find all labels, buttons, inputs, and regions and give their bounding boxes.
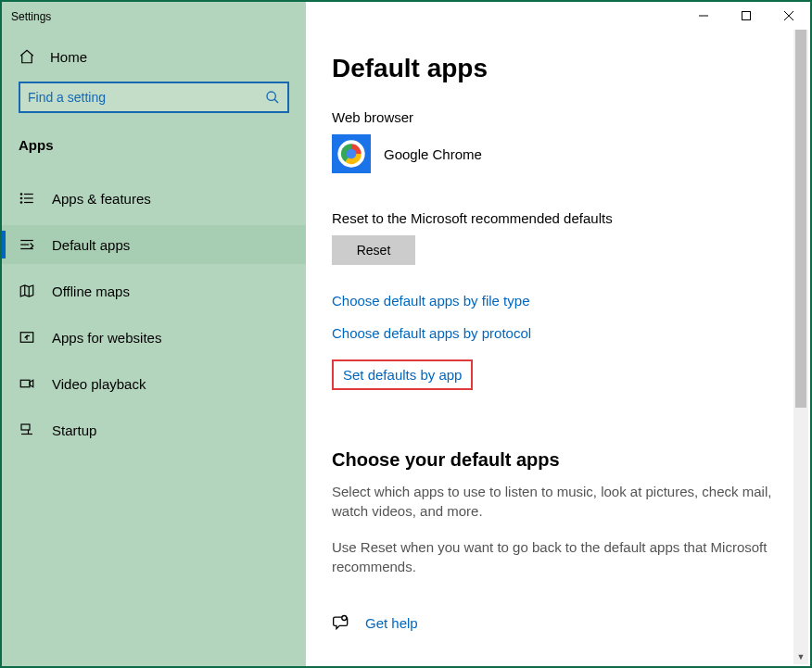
link-set-defaults-by-app[interactable]: Set defaults by app [343,367,462,383]
sidebar-item-video-playback[interactable]: Video playback [2,364,306,403]
link-file-type[interactable]: Choose default apps by file type [332,293,784,309]
open-external-icon [19,329,35,346]
map-icon [19,283,35,299]
reset-button[interactable]: Reset [332,235,415,265]
sidebar-item-label: Default apps [52,237,130,253]
svg-marker-15 [20,285,33,296]
sidebar-item-label: Offline maps [52,284,130,299]
highlight-box: Set defaults by app [332,359,473,390]
sidebar-item-apps-websites[interactable]: Apps for websites [2,318,306,357]
sidebar-item-label: Startup [52,422,96,438]
defaults-icon [19,236,35,253]
reset-description: Reset to the Microsoft recommended defau… [332,210,784,226]
list-icon [19,190,35,207]
settings-window: Settings Home [0,0,812,668]
svg-point-4 [267,92,275,100]
sidebar-category: Apps [2,120,306,162]
svg-rect-1 [742,12,751,20]
get-help-row[interactable]: Get help [332,613,784,632]
search-container [2,74,306,120]
sidebar-item-apps-features[interactable]: Apps & features [2,179,306,218]
chat-help-icon [332,613,350,632]
svg-point-9 [20,194,22,195]
choose-description-1: Select which apps to use to listen to mu… [332,482,784,521]
sidebar-item-startup[interactable]: Startup [2,410,306,449]
home-nav[interactable]: Home [2,39,306,74]
sidebar-item-offline-maps[interactable]: Offline maps [2,271,306,310]
sidebar-item-default-apps[interactable]: Default apps [2,225,306,264]
home-label: Home [50,49,87,65]
choose-heading: Choose your default apps [332,449,784,471]
page-title: Default apps [332,54,784,83]
sidebar-item-label: Apps for websites [52,330,161,346]
search-box[interactable] [19,82,289,113]
get-help-link[interactable]: Get help [365,615,418,631]
sidebar-item-label: Video playback [52,376,146,392]
scroll-thumb[interactable] [795,19,806,408]
sidebar: Home Apps Apps & features [2,2,306,666]
window-title: Settings [2,2,306,30]
sidebar-nav: Apps & features Default apps Offline map… [2,179,306,457]
startup-icon [19,422,35,438]
link-protocol[interactable]: Choose default apps by protocol [332,325,784,341]
default-web-browser[interactable]: Google Chrome [332,134,784,173]
svg-rect-20 [20,380,30,387]
close-button[interactable] [768,2,810,30]
svg-rect-22 [21,424,30,430]
home-icon [19,48,35,65]
scrollbar[interactable]: ▲ ▼ [793,4,808,664]
svg-point-10 [20,197,22,199]
maximize-button[interactable] [725,2,768,30]
scroll-down-icon[interactable]: ▼ [793,649,808,664]
search-input[interactable] [28,90,265,105]
search-icon [265,90,280,105]
svg-point-11 [20,202,22,204]
chrome-icon [332,134,371,173]
main-content: Default apps Web browser Google Chrome R… [306,2,810,666]
default-web-browser-name: Google Chrome [384,146,482,162]
choose-description-2: Use Reset when you want to go back to th… [332,537,784,576]
window-controls [306,2,810,30]
video-icon [19,375,35,392]
web-browser-label: Web browser [332,109,784,125]
window-body: Home Apps Apps & features [2,2,810,666]
svg-line-5 [274,99,278,103]
titlebar: Settings [2,2,810,30]
svg-point-28 [342,616,347,621]
minimize-button[interactable] [682,2,725,30]
window-title-text: Settings [11,10,51,23]
sidebar-item-label: Apps & features [52,191,151,207]
